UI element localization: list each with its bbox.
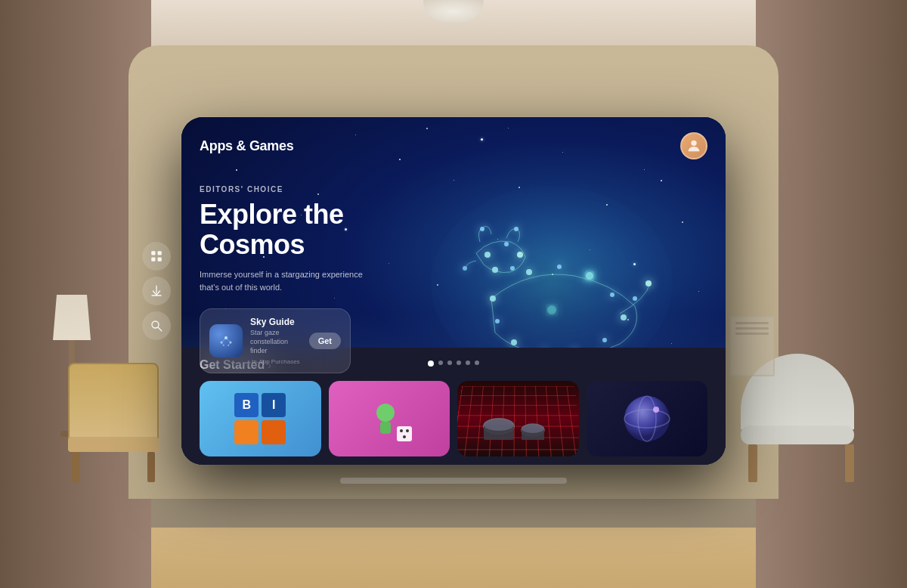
svg-point-48 <box>406 429 409 432</box>
svg-point-52 <box>484 419 514 431</box>
hero-title-line1: Explore the <box>200 199 344 230</box>
chair-back <box>68 363 159 438</box>
lamp-shade <box>53 295 91 340</box>
svg-point-22 <box>492 267 498 273</box>
download-icon <box>150 284 163 298</box>
svg-point-18 <box>484 252 491 258</box>
hero-title: Explore the Cosmos <box>200 200 366 259</box>
svg-point-30 <box>633 296 637 301</box>
svg-line-40 <box>221 338 226 342</box>
search-nav-button[interactable] <box>142 311 171 340</box>
svg-point-31 <box>463 266 467 271</box>
pagination-dot-3[interactable] <box>447 361 452 365</box>
svg-point-10 <box>610 292 614 297</box>
app-screen: Apps & Games EDITORS' CHOICE Explore the… <box>181 117 726 465</box>
svg-rect-3 <box>158 258 162 262</box>
abstract-sphere-icon <box>617 388 677 449</box>
svg-rect-1 <box>158 251 162 255</box>
chair-seat <box>741 426 854 444</box>
svg-point-47 <box>400 429 403 432</box>
pagination-dot-4[interactable] <box>457 361 461 365</box>
pagination-dot-2[interactable] <box>438 361 443 365</box>
sky-guide-icon <box>209 324 243 357</box>
thumbnail-drums[interactable] <box>457 381 579 456</box>
avatar-icon <box>686 138 702 154</box>
hero-title-line2: Cosmos <box>200 229 305 260</box>
app-name: Sky Guide <box>250 317 302 327</box>
app-subtitle: Star gaze constellation finder <box>250 329 302 355</box>
svg-point-8 <box>557 265 562 269</box>
app-header: Apps & Games <box>181 117 726 169</box>
thumbnail-abstract[interactable] <box>587 381 708 456</box>
svg-point-44 <box>376 404 395 422</box>
svg-point-19 <box>504 242 509 246</box>
user-avatar[interactable] <box>680 132 707 159</box>
get-app-button[interactable]: Get <box>309 333 341 349</box>
svg-point-17 <box>490 296 496 302</box>
right-wall <box>756 0 907 588</box>
svg-point-59 <box>653 407 659 413</box>
device-band <box>340 478 567 484</box>
vision-pro-device: Apps & Games EDITORS' CHOICE Explore the… <box>181 117 726 465</box>
svg-point-56 <box>624 396 670 441</box>
svg-line-5 <box>158 327 162 331</box>
svg-line-41 <box>226 338 231 342</box>
svg-rect-45 <box>380 422 391 434</box>
thumbnail-word-tiles[interactable]: B I <box>200 381 321 456</box>
star-constellation-icon <box>217 332 235 350</box>
word-tiles-content: B I <box>200 381 321 456</box>
in-app-label: In-App Purchases <box>250 358 302 365</box>
hero-content: EDITORS' CHOICE Explore the Cosmos Immer… <box>200 185 366 373</box>
chair-leg-2 <box>147 452 155 482</box>
svg-rect-46 <box>397 426 412 441</box>
svg-line-42 <box>221 342 224 345</box>
chair-leg-1 <box>72 452 79 482</box>
apps-nav-button[interactable] <box>142 242 171 271</box>
svg-rect-2 <box>151 258 155 262</box>
chair-left <box>60 361 174 497</box>
pagination-dots <box>428 361 479 367</box>
hero-description: Immerse yourself in a stargazing experie… <box>200 268 366 293</box>
svg-point-55 <box>522 424 544 433</box>
svg-point-29 <box>645 280 652 286</box>
sidebar-navigation <box>142 242 171 340</box>
svg-rect-0 <box>151 251 155 255</box>
svg-point-21 <box>510 266 515 271</box>
app-info: Sky Guide Star gaze constellation finder… <box>250 317 302 365</box>
drums-icon <box>480 404 556 449</box>
featured-app-card[interactable]: Sky Guide Star gaze constellation finder… <box>200 308 351 373</box>
downloads-nav-button[interactable] <box>142 277 171 305</box>
chair-leg-2 <box>845 444 854 482</box>
chair-seat <box>68 437 159 452</box>
apps-icon <box>150 249 163 263</box>
svg-point-7 <box>526 269 532 275</box>
search-icon <box>150 319 163 333</box>
app-title: Apps & Games <box>200 138 293 154</box>
svg-point-24 <box>514 227 519 231</box>
app-thumbnails: B I <box>200 381 707 456</box>
svg-point-33 <box>584 270 596 282</box>
svg-point-4 <box>152 321 159 328</box>
board-game-icon <box>359 390 419 450</box>
editors-choice-badge: EDITORS' CHOICE <box>200 185 366 193</box>
chair-leg-1 <box>748 444 757 482</box>
svg-point-20 <box>517 252 523 258</box>
wall-art <box>729 316 775 376</box>
svg-line-43 <box>228 342 231 345</box>
svg-point-49 <box>403 435 406 438</box>
pagination-dot-1[interactable] <box>428 361 434 367</box>
svg-point-34 <box>691 141 696 146</box>
pagination-dot-6[interactable] <box>475 361 479 365</box>
pagination-dot-5[interactable] <box>466 361 470 365</box>
svg-point-23 <box>480 227 484 231</box>
thumbnail-board-game[interactable] <box>329 381 450 456</box>
